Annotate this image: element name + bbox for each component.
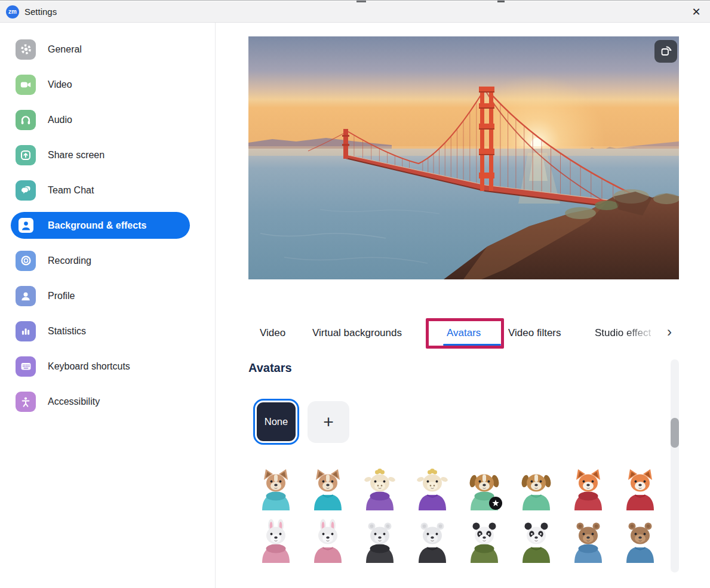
sidebar-item-recording[interactable]: Recording [0,243,215,278]
avatar-bear-tshirt[interactable] [621,519,659,564]
sidebar-item-general[interactable]: General [0,32,215,67]
sidebar-item-audio[interactable]: Audio [0,102,215,137]
tab-video-filters[interactable]: Video filters [508,324,561,344]
avatar-cow-tshirt[interactable] [413,466,451,512]
tab-studio-effects[interactable]: Studio effect [595,324,666,344]
scrollbar-track[interactable] [671,359,679,572]
bar-chart-icon [16,321,36,341]
gear-icon [16,39,36,60]
sidebar-item-label: Audio [48,115,72,125]
settings-window: zm Settings ✕ GeneralVideoAudioShare scr… [0,0,710,588]
avatar-corgi-tshirt[interactable] [309,466,347,512]
person-frame-icon [16,216,36,236]
avatar-fox-hoodie[interactable] [569,466,607,512]
tab-avatars[interactable]: Avatars [447,324,481,344]
avatar-polar-bear-hoodie[interactable] [361,519,399,564]
tab-video[interactable]: Video [260,324,285,344]
record-circle-icon [16,251,36,271]
avatar-rabbit-tshirt[interactable] [309,519,347,564]
avatar-none-button[interactable]: None [253,399,299,445]
avatar-panda-hoodie[interactable] [465,519,503,564]
rotate-icon [659,45,672,58]
avatar-rabbit-hoodie[interactable] [257,519,295,564]
avatar-beagle-tshirt[interactable] [517,466,555,512]
sidebar-item-statistics[interactable]: Statistics [0,313,215,349]
sidebar: GeneralVideoAudioShare screenTeam ChatBa… [0,23,216,588]
sidebar-item-profile[interactable]: Profile [0,278,215,313]
sidebar-item-label: Statistics [48,326,86,337]
tabs-overflow-chevron-icon[interactable]: › [667,324,672,340]
sidebar-item-label: General [48,44,82,55]
sidebar-item-accessibility[interactable]: Accessibility [0,384,215,419]
sidebar-item-keyboard-shortcuts[interactable]: Keyboard shortcuts [0,349,215,384]
sidebar-items: GeneralVideoAudioShare screenTeam ChatBa… [0,32,215,419]
sidebar-item-label: Team Chat [48,185,94,196]
screen-edge-artifact [356,1,366,2]
sidebar-item-label: Recording [48,255,91,266]
sidebar-item-label: Keyboard shortcuts [48,361,130,372]
window-title: Settings [24,7,57,17]
scrollbar-thumb[interactable] [671,418,679,448]
sidebar-item-video[interactable]: Video [0,67,215,102]
sidebar-item-label: Share screen [48,150,104,161]
active-tab-underline [443,344,501,346]
sidebar-item-label: Profile [48,291,75,301]
video-camera-icon [16,75,36,95]
sidebar-item-label: Video [48,79,72,90]
accessibility-icon [16,392,36,412]
rotate-preview-button[interactable] [654,40,677,63]
headphones-icon [16,110,36,130]
avatar-none-label: None [257,402,296,441]
tab-virtual-backgrounds[interactable]: Virtual backgrounds [312,324,402,344]
person-icon [16,286,36,306]
avatar-polar-bear-tshirt[interactable] [413,519,451,564]
keyboard-icon [16,356,36,377]
plus-icon: + [323,412,334,432]
sidebar-item-team-chat[interactable]: Team Chat [0,173,215,208]
avatar-cow-hoodie[interactable] [361,466,399,512]
share-screen-icon [16,145,36,165]
close-icon[interactable]: ✕ [683,1,710,23]
avatar-corgi-hoodie[interactable] [257,466,295,512]
avatar-panda-tshirt[interactable] [517,519,555,564]
sidebar-item-share-screen[interactable]: Share screen [0,137,215,173]
sidebar-item-background-effects[interactable]: Background & effects [0,208,215,243]
screen-edge-artifact [497,1,505,2]
avatar-beagle-hoodie[interactable] [465,466,503,512]
sidebar-item-label: Accessibility [48,396,100,407]
add-avatar-button[interactable]: + [308,401,349,443]
sidebar-item-label: Background & effects [48,220,146,231]
chat-bubbles-icon [16,180,36,201]
zoom-logo: zm [6,5,19,19]
avatars-heading: Avatars [248,361,292,375]
avatar-fox-tshirt[interactable] [621,466,659,512]
avatar-bear-hoodie[interactable] [569,519,607,564]
titlebar: zm Settings ✕ [0,1,710,23]
background-preview-image [248,36,679,279]
